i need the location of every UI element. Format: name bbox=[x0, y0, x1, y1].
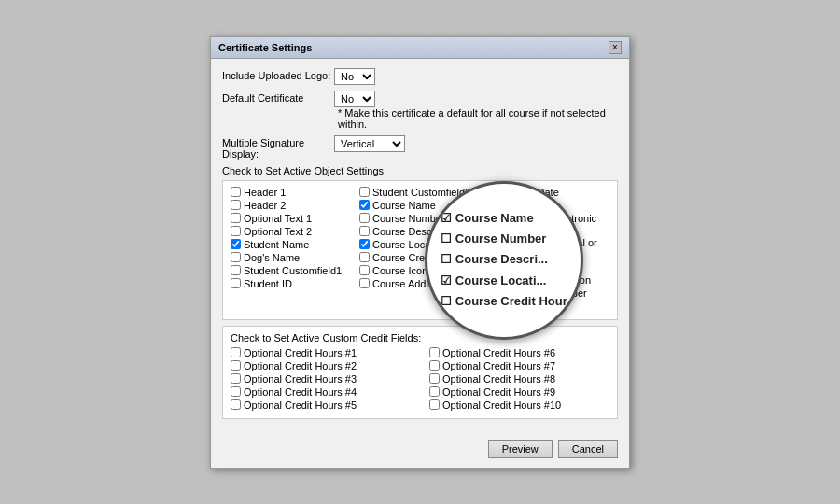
list-item: Optional Credit Hours #1 bbox=[231, 347, 411, 358]
list-item: Optional Credit Hours #5 bbox=[231, 399, 411, 411]
include-logo-label: Include Uploaded Logo: bbox=[222, 68, 334, 81]
optional-text2-checkbox[interactable] bbox=[231, 226, 241, 236]
default-cert-note: * Make this certificate a default for al… bbox=[338, 107, 618, 130]
include-logo-row: Include Uploaded Logo: No Yes bbox=[222, 68, 618, 85]
signature-display-row: Multiple Signature Display: Vertical Hor… bbox=[222, 135, 618, 160]
list-item: License Information bbox=[488, 274, 609, 286]
list-item: Optional Credit Hours #8 bbox=[429, 373, 609, 385]
list-item: Optional Text 1 bbox=[231, 213, 352, 224]
student-customfield1-checkbox[interactable] bbox=[231, 265, 241, 275]
list-item: Optional Credit Hours #3 bbox=[231, 373, 411, 385]
list-item: Course Icons bbox=[359, 265, 481, 276]
instructor-checkbox[interactable] bbox=[488, 200, 498, 210]
credit-hours-2-checkbox[interactable] bbox=[231, 360, 241, 371]
include-logo-control: No Yes bbox=[334, 68, 618, 85]
sig-manual-checkbox[interactable] bbox=[488, 243, 498, 253]
header2-checkbox[interactable] bbox=[231, 200, 241, 210]
student-name-checkbox[interactable] bbox=[231, 239, 241, 249]
list-item: Student Customfield2 bbox=[359, 187, 481, 198]
credit-hours-5-checkbox[interactable] bbox=[231, 399, 241, 410]
customfield2-checkbox[interactable] bbox=[359, 187, 370, 197]
credit-hours-1-checkbox[interactable] bbox=[231, 347, 241, 357]
custom-credit-section: Check to Set Active Custom Credit Fields… bbox=[222, 326, 618, 419]
custom-credit-label: Check to Set Active Custom Credit Fields… bbox=[231, 332, 609, 343]
list-item: Optional Credit Hours #4 bbox=[231, 386, 411, 398]
list-item: Student Name bbox=[231, 239, 352, 250]
credit-col-1: Optional Credit Hours #1 Optional Credit… bbox=[231, 347, 411, 413]
optional-text1-checkbox[interactable] bbox=[231, 213, 241, 223]
footer-checkbox[interactable] bbox=[488, 261, 498, 272]
list-item: Course Location bbox=[359, 239, 481, 250]
course-desc-checkbox[interactable] bbox=[359, 226, 370, 236]
checkboxes-area: Header 1 Header 2 Optional Text 1 Option… bbox=[222, 180, 618, 320]
list-item: Dog's Name bbox=[231, 252, 352, 263]
credit-hours-4-checkbox[interactable] bbox=[231, 386, 241, 397]
list-item: Course Date bbox=[488, 187, 609, 198]
close-button[interactable]: × bbox=[609, 41, 622, 54]
list-item: Header 1 bbox=[231, 187, 352, 198]
credit-hours-6-checkbox[interactable] bbox=[429, 347, 440, 357]
list-item: Optional Credit Hours #7 bbox=[429, 360, 609, 371]
course-location-checkbox[interactable] bbox=[359, 239, 370, 249]
default-cert-row: Default Certificate No Yes * Make this c… bbox=[222, 91, 618, 130]
credit-hours-8-checkbox[interactable] bbox=[429, 373, 440, 384]
list-item: Optional Text 2 bbox=[231, 226, 352, 237]
include-logo-select[interactable]: No Yes bbox=[334, 68, 375, 85]
course-additional-text-checkbox[interactable] bbox=[359, 278, 370, 288]
dogs-name-checkbox[interactable] bbox=[231, 252, 241, 262]
list-item: Course Additional Text bbox=[359, 278, 481, 289]
dialog-footer: Preview Cancel bbox=[211, 434, 629, 468]
list-item: Course Credit Hours bbox=[359, 252, 481, 263]
checkbox-col-2: Student Customfield2 Course Name Course … bbox=[359, 187, 481, 314]
credit-columns: Optional Credit Hours #1 Optional Credit… bbox=[231, 347, 609, 413]
list-item: Optional Credit Hours #9 bbox=[429, 386, 609, 398]
license-info-checkbox[interactable] bbox=[488, 274, 498, 285]
course-credit-hours-checkbox[interactable] bbox=[359, 252, 370, 262]
default-cert-control: No Yes * Make this certificate a default… bbox=[334, 91, 618, 130]
default-cert-label: Default Certificate bbox=[222, 91, 334, 104]
credit-hours-9-checkbox[interactable] bbox=[429, 386, 440, 397]
checkboxes-section-label: Check to Set Active Object Settings: bbox=[222, 165, 618, 176]
course-name-checkbox[interactable] bbox=[359, 200, 370, 210]
cancel-button[interactable]: Cancel bbox=[558, 440, 618, 458]
list-item: Footer bbox=[488, 261, 609, 273]
list-item: Optional Credit Hours #10 bbox=[429, 399, 609, 411]
certificate-settings-dialog: Certificate Settings × Include Uploaded … bbox=[210, 36, 630, 469]
list-item: Course Number bbox=[359, 213, 481, 224]
student-id-checkbox[interactable] bbox=[231, 278, 241, 288]
credit-col-2: Optional Credit Hours #6 Optional Credit… bbox=[429, 347, 609, 413]
list-item: Signature (Electronic Upload) bbox=[488, 213, 609, 235]
cert-number-checkbox[interactable] bbox=[488, 287, 498, 298]
dialog-title: Certificate Settings × bbox=[211, 37, 629, 59]
signature-display-control: Vertical Horizontal bbox=[334, 135, 618, 152]
date-print-checkbox[interactable] bbox=[488, 301, 498, 311]
default-cert-select[interactable]: No Yes bbox=[334, 91, 375, 107]
checkbox-col-1: Header 1 Header 2 Optional Text 1 Option… bbox=[231, 187, 352, 314]
sig-electronic-checkbox[interactable] bbox=[488, 218, 498, 229]
list-item: Course Description bbox=[359, 226, 481, 237]
checkbox-col-3: Course Date Instructor Signature (Electr… bbox=[488, 187, 609, 314]
dialog-title-text: Certificate Settings bbox=[218, 42, 312, 53]
course-date-checkbox[interactable] bbox=[488, 187, 498, 197]
list-item: Instructor bbox=[488, 200, 609, 211]
list-item: Student ID bbox=[231, 278, 352, 289]
signature-display-select[interactable]: Vertical Horizontal bbox=[334, 135, 405, 152]
course-number-checkbox[interactable] bbox=[359, 213, 370, 223]
list-item: Course Name bbox=[359, 200, 481, 211]
list-item: Signature (Manual or Text) bbox=[488, 237, 609, 259]
signature-display-label: Multiple Signature Display: bbox=[222, 135, 334, 160]
header1-checkbox[interactable] bbox=[231, 187, 241, 197]
credit-hours-3-checkbox[interactable] bbox=[231, 373, 241, 384]
list-item: Certificate Number bbox=[488, 287, 609, 299]
list-item: Student Customfield1 bbox=[231, 265, 352, 276]
list-item: Optional Credit Hours #2 bbox=[231, 360, 411, 371]
dialog-body: Include Uploaded Logo: No Yes Default Ce… bbox=[211, 59, 629, 434]
credit-hours-10-checkbox[interactable] bbox=[429, 399, 440, 410]
list-item: Date Print bbox=[488, 301, 609, 312]
preview-button[interactable]: Preview bbox=[488, 440, 553, 458]
checkbox-columns: Header 1 Header 2 Optional Text 1 Option… bbox=[231, 187, 609, 314]
credit-hours-7-checkbox[interactable] bbox=[429, 360, 440, 371]
course-icons-checkbox[interactable] bbox=[359, 265, 370, 275]
list-item: Header 2 bbox=[231, 200, 352, 211]
list-item: Optional Credit Hours #6 bbox=[429, 347, 609, 358]
